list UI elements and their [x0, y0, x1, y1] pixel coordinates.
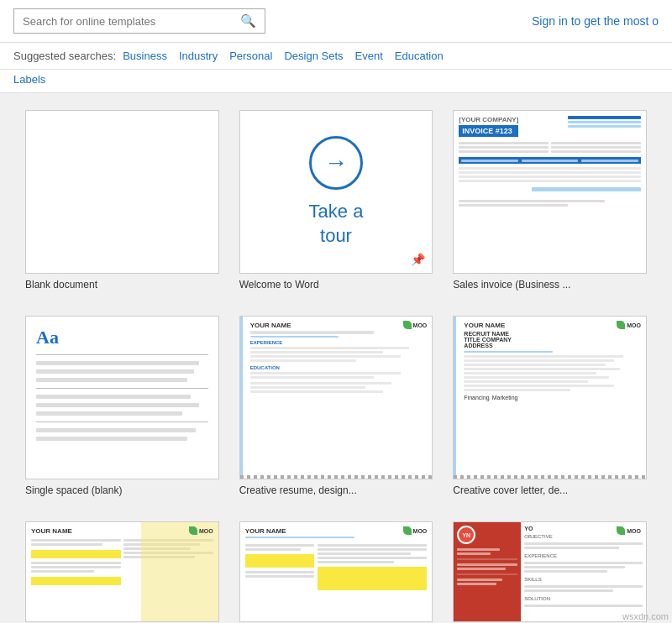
watermark: wsxdn.com [622, 611, 669, 621]
moo-resume-visual: MOO YOUR NAME EXPERIENCE [240, 317, 433, 479]
tour-doc-visual: → Take a tour 📌 [240, 111, 433, 273]
template-thumbnail-resume2: MOO YOUR NAME [25, 521, 219, 622]
template-thumbnail-cover1: MOO YOUR NAME RECRUIT NAMETITLE COMPANYA… [453, 316, 647, 479]
template-label-resume1: Creative resume, design... [239, 484, 357, 496]
template-item-cover2[interactable]: MOO YOUR NAME [239, 521, 433, 622]
suggested-link-business[interactable]: Business [123, 50, 167, 62]
yellow-moo-badge: MOO [189, 526, 213, 535]
template-thumbnail-single: Aa [25, 316, 219, 479]
template-label-cover1: Creative cover letter, de... [453, 484, 568, 496]
template-thumbnail-blank [25, 110, 219, 274]
template-item-cover1[interactable]: MOO YOUR NAME RECRUIT NAMETITLE COMPANYA… [453, 316, 647, 496]
labels-bar: Labels [0, 70, 672, 93]
template-item-resume1[interactable]: MOO YOUR NAME EXPERIENCE [239, 316, 433, 496]
search-input[interactable] [23, 15, 240, 28]
yn-initials: YN [457, 526, 475, 544]
yellow-moo-visual: MOO YOUR NAME [26, 522, 218, 621]
top-bar: 🔍 Sign in to get the most o [0, 0, 672, 43]
tour-arrow-icon: → [309, 136, 363, 190]
suggested-link-education[interactable]: Education [395, 50, 444, 62]
tour-text: Take a tour [309, 200, 364, 248]
template-label-blank: Blank document [25, 279, 97, 291]
template-item-invoice[interactable]: [YOUR COMPANY] INVOICE #123 [453, 110, 647, 291]
search-button[interactable]: 🔍 [240, 13, 256, 29]
suggested-link-industry[interactable]: Industry [179, 50, 218, 62]
red-moo-badge: MOO [617, 526, 641, 535]
templates-grid: Blank document → Take a tour 📌 Welcome t… [25, 110, 647, 622]
suggested-link-personal[interactable]: Personal [229, 50, 272, 62]
blank-doc-visual [26, 111, 218, 273]
template-item-tour[interactable]: → Take a tour 📌 Welcome to Word [239, 110, 433, 291]
second-moo-visual: MOO YOUR NAME [240, 522, 433, 621]
suggested-link-designsets[interactable]: Design Sets [284, 50, 343, 62]
template-item-resume2[interactable]: MOO YOUR NAME [25, 521, 219, 622]
template-thumbnail-resume1: MOO YOUR NAME EXPERIENCE [239, 316, 433, 479]
signin-text: Sign in to get the most o [532, 14, 659, 28]
red-left-panel: YN [454, 522, 521, 621]
template-label-single: Single spaced (blank) [25, 484, 122, 496]
single-aa-text: Aa [36, 327, 208, 348]
moo-cover-badge: MOO [617, 321, 641, 329]
suggested-link-event[interactable]: Event [355, 50, 383, 62]
template-thumbnail-cover2: MOO YOUR NAME [239, 521, 433, 622]
single-doc-visual: Aa [26, 317, 218, 479]
pin-icon: 📌 [411, 253, 425, 266]
red-moo-visual: YN MOO [454, 522, 646, 621]
template-item-blank[interactable]: Blank document [25, 110, 219, 291]
template-thumbnail-resume3: YN MOO [453, 521, 647, 622]
second-moo-badge: MOO [403, 526, 428, 535]
labels-link[interactable]: Labels [13, 73, 45, 86]
suggested-label: Suggested searches: [13, 50, 116, 62]
moo-badge: MOO [403, 321, 428, 329]
red-right-panel: MOO YO OBJECTIVE EXPERIENCE SKILLS S [521, 522, 646, 621]
templates-area: Blank document → Take a tour 📌 Welcome t… [0, 93, 672, 623]
invoice-doc-visual: [YOUR COMPANY] INVOICE #123 [454, 111, 646, 273]
template-thumbnail-tour: → Take a tour 📌 [239, 110, 433, 274]
moo-cover-visual: MOO YOUR NAME RECRUIT NAMETITLE COMPANYA… [454, 317, 646, 479]
suggested-bar: Suggested searches: Business Industry Pe… [0, 43, 672, 70]
template-label-tour: Welcome to Word [239, 279, 319, 291]
template-item-resume3[interactable]: YN MOO [453, 521, 647, 622]
template-item-single[interactable]: Aa Single spaced (blank) [25, 316, 219, 496]
search-icon: 🔍 [240, 13, 256, 28]
template-thumbnail-invoice: [YOUR COMPANY] INVOICE #123 [453, 110, 647, 274]
search-box: 🔍 [13, 8, 265, 34]
template-label-invoice: Sales invoice (Business ... [453, 279, 570, 291]
